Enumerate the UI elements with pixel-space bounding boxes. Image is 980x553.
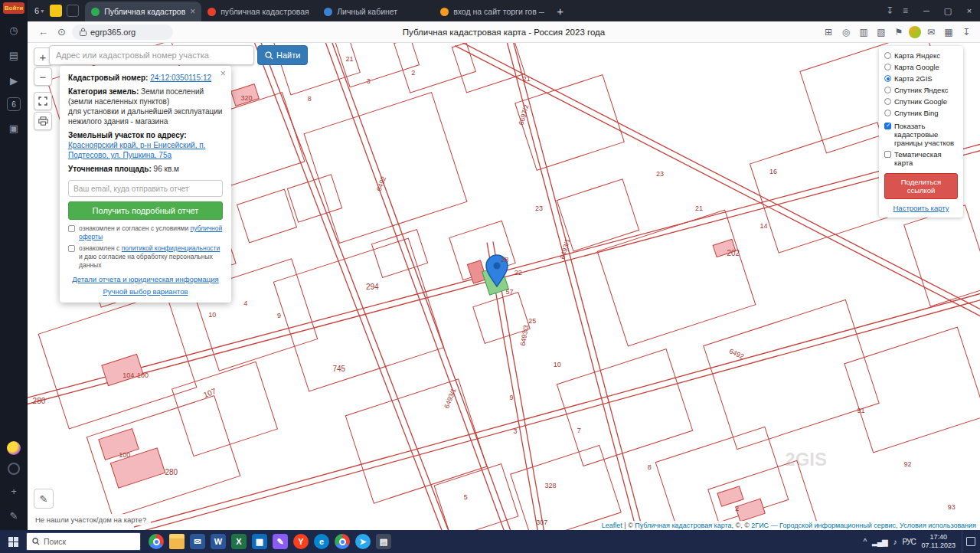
tab-favicon (207, 8, 216, 16)
back-button[interactable]: ← (38, 26, 48, 38)
get-report-button[interactable]: Получить подробный отчет (68, 201, 223, 220)
browser-tab[interactable]: вход на сайт торги гов — (434, 2, 550, 21)
tab-title: Личный кабинет (337, 7, 428, 16)
sound-icon[interactable]: ♪ (893, 538, 897, 546)
minimize-button[interactable]: ─ (916, 0, 937, 21)
taskbar-apps: ✉WX▦✎Ye➤▤ (149, 534, 391, 549)
layer-radio-спутник-google[interactable]: Спутник Google (884, 97, 958, 106)
login-button[interactable]: Войти (3, 2, 24, 14)
layer-radio-карта-google[interactable]: Карта Google (884, 63, 958, 71)
edge-icon[interactable]: e (314, 534, 329, 549)
fullscreen-button[interactable] (34, 92, 52, 110)
profile-avatar[interactable] (909, 26, 921, 38)
profile-icon[interactable]: ⊙ (57, 26, 66, 38)
address-bar[interactable]: egrp365.org (72, 25, 173, 40)
notifications-button[interactable] (962, 530, 978, 553)
tab-strip: Публичная кадастрова×публичная кадастров… (85, 0, 550, 21)
new-tab-button[interactable]: + (557, 5, 564, 18)
bookmark-flag-icon[interactable]: ⚑ (891, 27, 906, 38)
zoom-out-button[interactable]: − (34, 67, 52, 86)
photos-icon[interactable]: ▦ (252, 534, 267, 549)
share-link-button[interactable]: Поделиться ссылкой (884, 173, 958, 199)
search-input[interactable] (49, 45, 254, 65)
map-canvas[interactable]: 3208321221231614212022328225725294104974… (28, 43, 980, 530)
terms-link[interactable]: Условия использования (900, 522, 976, 529)
mail-icon[interactable]: ✉ (190, 534, 205, 549)
leaflet-link[interactable]: Leaflet (602, 522, 622, 529)
yandex-start-icon[interactable] (149, 534, 164, 549)
chrome-icon[interactable] (335, 534, 350, 549)
menu-icon[interactable]: ≡ (903, 5, 908, 16)
offer-checkbox[interactable] (68, 225, 75, 232)
layer-radio-карта-яндекс[interactable]: Карта Яндекс (884, 51, 958, 60)
start-button[interactable] (0, 530, 26, 553)
telegram-icon[interactable]: ➤ (355, 534, 371, 549)
browser-logo-icon[interactable] (50, 5, 62, 17)
radio-icon (884, 75, 891, 82)
screenshot-icon[interactable]: ▣ (5, 119, 22, 136)
folder-icon[interactable] (169, 534, 185, 549)
close-icon[interactable]: × (220, 67, 226, 79)
browser-tab[interactable]: публичная кадастровая к (201, 2, 318, 21)
tab-close-icon[interactable]: × (190, 6, 195, 17)
language-indicator[interactable]: РУС (903, 538, 916, 546)
privacy-checkbox[interactable] (68, 245, 75, 252)
maximize-button[interactable]: ▢ (937, 0, 959, 21)
word-icon[interactable]: W (211, 534, 226, 549)
add-panel-icon[interactable]: + (5, 483, 22, 499)
layer-radio-спутник-bing[interactable]: Спутник Bing (884, 109, 958, 117)
print-button[interactable] (34, 112, 52, 130)
notes-icon[interactable]: ▤ (376, 534, 391, 549)
dgis-link[interactable]: 2ГИС — Городской информационный сервис (751, 522, 896, 529)
alice-icon[interactable] (7, 441, 21, 455)
manual-choice-link[interactable]: Ручной выбор вариантов (68, 287, 223, 296)
tab-favicon (324, 8, 332, 16)
extensions-icon[interactable]: ⊞ (821, 27, 836, 38)
excel-icon[interactable]: X (231, 534, 247, 549)
layer-radio-спутник-яндекс[interactable]: Спутник Яндекс (884, 86, 958, 94)
pkk-link[interactable]: Публичная кадастровая карта (635, 522, 731, 529)
layer-checkbox[interactable]: Тематическая карта (884, 150, 958, 167)
bookmarks-panel-icon[interactable]: ▤ (5, 47, 22, 64)
cadastral-number-link[interactable]: 24:12:0350115:12 (150, 74, 211, 82)
map-attribution: Leaflet | © Публичная кадастровая карта,… (598, 521, 980, 530)
network-icon[interactable]: ▂▄▆ (872, 538, 887, 546)
land-category-extra: для установки и дальнейшей эксплуатации … (68, 107, 222, 126)
browser-toolbar: ← ⊙ egrp365.org Публичная кадастровая ка… (28, 21, 980, 43)
privacy-policy-link[interactable]: политикой конфиденциальности (122, 244, 220, 252)
report-details-link[interactable]: Детали отчета и юридическая информация (68, 275, 223, 283)
close-button[interactable]: × (959, 0, 980, 21)
configure-map-link[interactable]: Настроить карту (884, 204, 958, 212)
stats-icon[interactable]: ▥ (856, 27, 871, 38)
taskbar-search[interactable]: Поиск (26, 532, 141, 551)
layer-radio-карта-2gis[interactable]: Карта 2GIS (884, 74, 958, 83)
chat-icon[interactable]: ✉ (923, 27, 939, 38)
draw-parcel-button[interactable]: ✎ (34, 489, 54, 509)
apps-icon[interactable] (8, 463, 20, 475)
layer-checkbox[interactable]: Показать кадастровые границы участков (884, 122, 958, 147)
checkbox-icon (884, 151, 891, 158)
search-button[interactable]: Найти (257, 45, 308, 65)
url-text: egrp365.org (90, 28, 136, 37)
tab-groups-icon[interactable] (67, 5, 79, 17)
browser-tab[interactable]: Личный кабинет (318, 2, 434, 21)
headphones-icon[interactable]: ◎ (838, 27, 854, 38)
edit-icon[interactable]: ✎ (5, 507, 22, 524)
browser-side-rail: Войти ◷▤▶6▣ +✎ (0, 0, 28, 530)
downloads-tab-icon[interactable]: ↧ (886, 5, 893, 16)
chevron-up-icon[interactable]: ^ (863, 538, 866, 546)
tabs-badge[interactable]: 6 (7, 97, 21, 111)
paint-icon[interactable]: ✎ (273, 534, 288, 549)
parcel-address-link[interactable]: Красноярский край, р-н Енисейский, п. По… (68, 141, 205, 159)
browser-tab[interactable]: Публичная кадастрова× (85, 2, 201, 21)
radio-icon (884, 64, 891, 70)
side-panels-icon[interactable]: ▦ (941, 27, 956, 38)
taskbar-clock[interactable]: 17:40 07.11.2023 (922, 533, 956, 550)
email-input[interactable] (68, 180, 223, 197)
services-icon[interactable]: ▶ (5, 72, 22, 89)
protect-shield-icon[interactable]: ▧ (874, 27, 889, 38)
yandex-browser-icon[interactable]: Y (293, 534, 309, 549)
downloads-icon[interactable]: ↧ (959, 27, 974, 38)
tab-counter[interactable]: 6 ▾ (31, 6, 47, 15)
history-icon[interactable]: ◷ (5, 21, 22, 38)
